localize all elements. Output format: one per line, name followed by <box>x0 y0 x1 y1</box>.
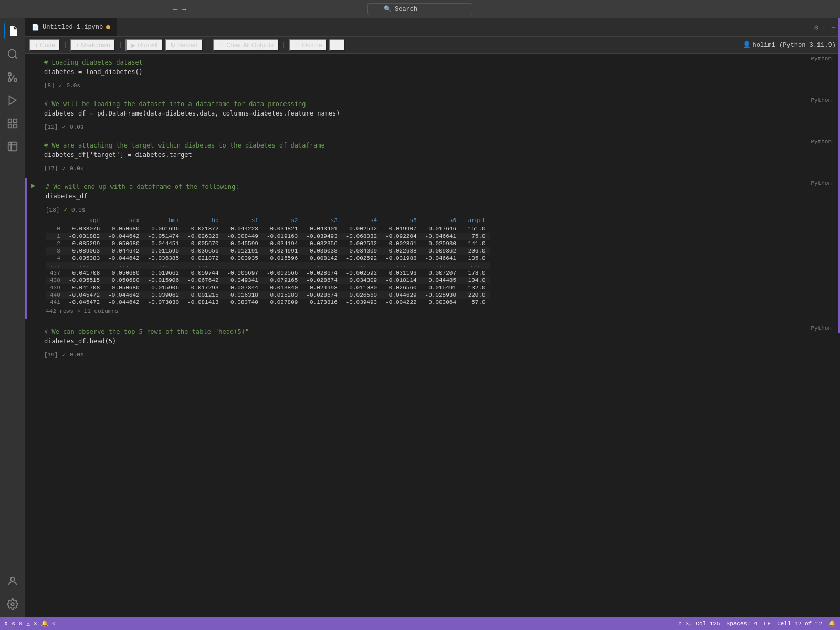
table-cell: 0 <box>46 225 65 233</box>
cell-12-content: # We will be loading the dataset into a … <box>40 97 834 120</box>
activity-icon-settings[interactable] <box>4 596 21 613</box>
restart-button[interactable]: ↻ Restart <box>165 39 203 51</box>
cell-12-time: 0.0s <box>70 124 83 130</box>
table-cell: 151.0 <box>460 225 490 233</box>
activity-icon-extensions[interactable] <box>4 115 21 132</box>
table-cell: 135.0 <box>460 255 490 262</box>
table-cell: 0.026560 <box>381 284 421 291</box>
table-cell: 0.050680 <box>104 269 143 277</box>
cell-19-content: # We can observe the top 5 rows of the t… <box>40 325 836 348</box>
cell-8-number: [8] <box>44 82 55 89</box>
status-git-icon: ✗ <box>4 620 8 627</box>
restart-label: Restart <box>177 41 198 49</box>
table-cell: -0.044223 <box>223 225 262 233</box>
kernel-info[interactable]: 👤 holim1 (Python 3.11.9) <box>743 41 836 49</box>
cell-18-code[interactable]: # We will end up with a dataframe of the… <box>41 180 836 203</box>
cell-17-code[interactable]: # We are attaching the target within dia… <box>40 139 834 162</box>
run-all-button[interactable]: ▶ Run All <box>125 39 163 51</box>
cell-18-run-btn[interactable]: ▶ <box>31 180 39 190</box>
svg-point-3 <box>8 73 12 76</box>
table-cell: -0.046641 <box>421 233 460 240</box>
kernel-label: holim1 (Python 3.11.9) <box>753 41 836 49</box>
svg-point-10 <box>10 578 14 581</box>
add-code-button[interactable]: + Code <box>29 39 60 51</box>
table-cell: ... <box>104 262 143 269</box>
table-cell: 0.017293 <box>183 284 223 291</box>
table-cell: 0.173816 <box>302 299 341 306</box>
activity-icon-search[interactable] <box>4 46 21 62</box>
table-cell: 441 <box>46 299 65 306</box>
table-cell: 206.0 <box>460 247 490 255</box>
table-cell: 0.044451 <box>144 240 183 247</box>
back-arrow[interactable]: ← <box>173 5 177 14</box>
unsaved-dot <box>106 25 110 29</box>
table-cell: 4 <box>46 255 65 262</box>
kernel-avatar: 👤 <box>743 41 751 49</box>
more-options-label: ... <box>334 41 340 49</box>
table-cell: 104.0 <box>460 277 490 284</box>
outline-button[interactable]: ☷ Outline <box>289 39 327 51</box>
cell-12: # We will be loading the dataset into a … <box>25 95 840 132</box>
col-s2: s2 <box>262 216 302 225</box>
cell-17-code-text: diabetes_df['target'] = diabetes.target <box>44 151 192 159</box>
activity-icon-git[interactable] <box>4 69 21 86</box>
clear-all-outputs-button[interactable]: ☰ Clear All Outputs <box>213 39 279 51</box>
table-cell: -0.002566 <box>262 269 302 277</box>
table-cell: -0.024993 <box>302 284 341 291</box>
cell-18-output-row: [18] ✓ 0.0s <box>27 205 840 214</box>
table-cell: -0.045472 <box>65 291 104 299</box>
split-icon[interactable]: ◫ <box>823 23 827 32</box>
table-cell: 0.021872 <box>183 225 223 233</box>
add-markdown-button[interactable]: + Markdown <box>70 39 116 51</box>
table-header-row: age sex bmi bp s1 s2 s3 s4 s5 s6 target <box>46 216 490 225</box>
table-cell: ... <box>46 262 65 269</box>
cell-12-code[interactable]: # We will be loading the dataset into a … <box>40 97 834 120</box>
tab-notebook[interactable]: 📄 Untitled-1.ipynb <box>25 18 117 36</box>
nav-arrows[interactable]: ← → <box>173 5 186 14</box>
search-bar[interactable]: 🔍 Search <box>368 3 472 15</box>
table-cell: -0.044642 <box>104 299 143 306</box>
table-cell: ... <box>421 262 460 269</box>
table-cell: 0.083740 <box>223 299 262 306</box>
cell-18-header: ▶ # We will end up with a dataframe of t… <box>27 178 840 205</box>
table-cell: 0.015283 <box>262 291 302 299</box>
more-icon[interactable]: ⋯ <box>832 23 836 32</box>
table-cell: -0.044642 <box>104 247 143 255</box>
table-row: 441-0.045472-0.044642-0.073030-0.0814130… <box>46 299 490 306</box>
status-bar: ✗ ⊘ 0 △ 3 🔔 0 Ln 3, Col 125 Spaces: 4 LF… <box>0 617 840 630</box>
table-cell: 0.022688 <box>381 247 421 255</box>
activity-icon-test[interactable] <box>4 138 21 155</box>
more-options-button[interactable]: ... <box>329 39 345 51</box>
activity-icon-run[interactable] <box>4 92 21 109</box>
cell-18-number: [18] <box>46 207 59 213</box>
table-cell: 0.044485 <box>421 277 460 284</box>
cell-19: # We can observe the top 5 rows of the t… <box>25 323 840 360</box>
table-cell: -0.017646 <box>421 225 460 233</box>
settings-icon[interactable]: ⚙ <box>814 23 818 32</box>
cell-8-check: ✓ <box>59 82 62 89</box>
tab-bar: 📄 Untitled-1.ipynb ⚙ ◫ ⋯ <box>25 18 840 37</box>
table-cell: 0.024991 <box>262 247 302 255</box>
table-cell: -0.015906 <box>144 284 183 291</box>
table-cell: -0.005670 <box>183 240 223 247</box>
cell-17-comment: # We are attaching the target within dia… <box>44 142 325 149</box>
clear-icon: ☰ <box>218 41 224 49</box>
data-table-container: age sex bmi bp s1 s2 s3 s4 s5 s6 target <box>27 214 840 319</box>
toolbar: + Code | + Markdown | ▶ Run All ↻ Restar… <box>25 37 840 54</box>
cell-8-code[interactable]: # Loading diabetes dataset diabetes = lo… <box>40 56 834 79</box>
cell-8-content: # Loading diabetes dataset diabetes = lo… <box>40 56 834 79</box>
table-cell: -0.044642 <box>104 291 143 299</box>
activity-icon-account[interactable] <box>4 573 21 590</box>
cell-19-lang: Python <box>811 325 832 331</box>
activity-icon-explorer[interactable] <box>4 23 21 39</box>
table-cell: 0.016318 <box>223 291 262 299</box>
table-cell: ... <box>342 262 381 269</box>
status-warnings: △ 3 <box>26 620 37 627</box>
cell-19-code[interactable]: # We can observe the top 5 rows of the t… <box>40 325 836 348</box>
search-placeholder: Search <box>395 6 417 13</box>
table-cell: -0.036656 <box>183 247 223 255</box>
table-cell: 0.031193 <box>381 269 421 277</box>
table-cell: 0.012191 <box>223 247 262 255</box>
table-cell: 0.015596 <box>262 255 302 262</box>
forward-arrow[interactable]: → <box>182 5 186 14</box>
